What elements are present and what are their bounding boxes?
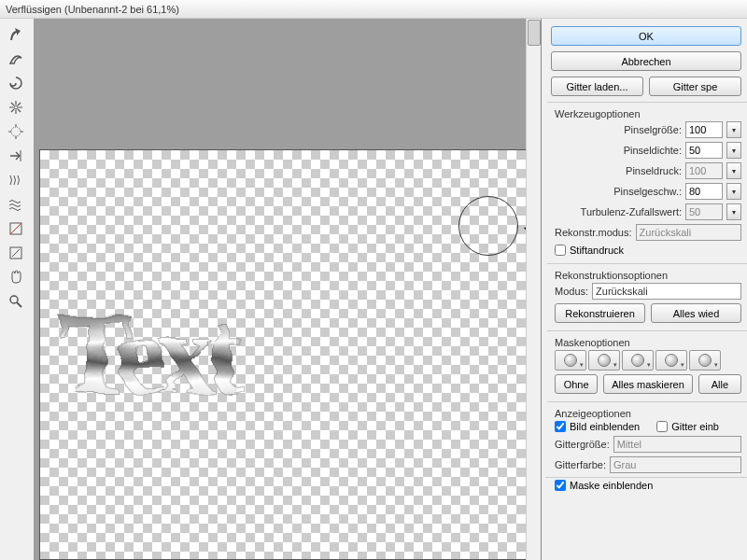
mesh-size-label: Gittergröße: [555,439,610,450]
divider [545,477,747,478]
mask-all-button[interactable]: Alles maskieren [603,374,693,394]
turbulence-label: Turbulenz-Zufallswert: [581,206,682,217]
mask-add-button[interactable]: ▾ [588,350,620,371]
pucker-tool[interactable] [4,97,28,118]
stylus-pressure-label: Stiftandruck [570,245,624,256]
show-mesh-checkbox[interactable] [656,421,668,432]
forward-warp-tool[interactable] [4,24,28,45]
mesh-size-select [613,436,741,453]
mirror-tool[interactable] [4,170,28,190]
brush-density-label: Pinseldichte: [624,145,682,156]
mask-options-label: Maskenoptionen [555,337,741,348]
brush-cursor-circle [458,196,518,256]
mask-replace-button[interactable]: ▾ [555,350,586,371]
show-image-label: Bild einblenden [570,421,640,432]
freeze-mask-tool[interactable] [4,218,28,239]
brush-size-label: Pinselgröße: [624,124,682,135]
reconstruct-mode-select [636,224,741,241]
show-mask-label: Maske einblenden [570,480,653,491]
brush-rate-input[interactable] [685,183,723,200]
scroll-thumb[interactable] [528,20,541,46]
brush-pressure-label: Pinseldruck: [626,165,682,176]
mask-subtract-button[interactable]: ▾ [622,350,654,371]
bloat-tool[interactable] [4,121,28,142]
brush-pressure-input [685,162,723,179]
svg-point-1 [11,127,21,136]
turbulence-dropdown[interactable] [726,203,741,220]
show-mesh-label: Gitter einb [671,421,719,432]
tool-options-group: Werkzeugoptionen Pinselgröße: Pinseldich… [547,102,747,258]
push-left-tool[interactable] [4,146,28,166]
modus-select[interactable] [592,283,741,300]
modus-label: Modus: [555,286,588,297]
window-title: Verflüssigen (Unbenannt-2 bei 61,1%) [6,4,179,15]
mask-none-button[interactable]: Ohne [555,374,598,394]
brush-size-input[interactable] [685,121,723,138]
brush-rate-label: Pinselgeschw.: [613,186,682,197]
reconstruct-options-label: Rekonstruktionsoptionen [555,270,741,281]
mask-options-group: Maskenoptionen ▾ ▾ ▾ ▾ ▾ Ohne Alles mask… [547,330,747,396]
show-mask-checkbox[interactable] [555,480,566,491]
tool-toolbar [0,19,34,560]
vertical-scrollbar[interactable] [526,19,541,560]
view-options-label: Anzeigeoptionen [555,408,741,419]
brush-pressure-dropdown[interactable] [726,162,741,179]
turbulence-tool[interactable] [4,194,28,215]
stylus-pressure-checkbox[interactable] [555,245,566,256]
liquify-dialog: Verflüssigen (Unbenannt-2 bei 61,1%) Tex… [0,0,747,560]
zoom-tool[interactable] [4,291,28,312]
tool-options-label: Werkzeugoptionen [555,108,741,119]
reconstruct-options-group: Rekonstruktionsoptionen Modus: Rekonstru… [547,263,747,325]
reconstruct-mode-label: Rekonstr.modus: [555,227,632,238]
reconstruct-button[interactable]: Rekonstruieren [555,303,645,323]
canvas[interactable]: Text [39,149,529,560]
mesh-color-select [610,456,741,473]
ok-button[interactable]: OK [551,26,741,46]
brush-size-dropdown[interactable] [726,121,741,138]
twirl-tool[interactable] [4,73,28,93]
svg-point-4 [10,296,18,303]
titlebar: Verflüssigen (Unbenannt-2 bei 61,1%) [0,0,747,19]
brush-rate-dropdown[interactable] [726,183,741,200]
restore-all-button[interactable]: Alles wied [651,303,741,323]
cancel-button[interactable]: Abbrechen [551,51,741,71]
mask-invert-button[interactable]: ▾ [689,350,721,371]
canvas-area[interactable]: Text ➤ [34,19,542,560]
options-panel: OK Abbrechen Gitter laden... Gitter spe … [542,19,747,560]
brush-density-input[interactable] [685,142,723,159]
content: Text ➤ OK Abbrechen Gitter laden... Gitt… [0,19,747,560]
save-mesh-button[interactable]: Gitter spe [649,77,741,96]
show-image-checkbox[interactable] [555,421,566,432]
transparency-checker: Text [40,150,528,559]
mask-invert-all-button[interactable]: Alle [698,374,741,394]
turbulence-input [685,203,723,220]
brush-density-dropdown[interactable] [726,142,741,159]
view-options-group: Anzeigeoptionen Bild einblenden Gitter e… [547,401,747,493]
thaw-mask-tool[interactable] [4,243,28,263]
mesh-color-label: Gitterfarbe: [555,459,606,470]
liquid-text: Text [59,290,236,419]
hand-tool[interactable] [4,267,28,287]
svg-point-0 [14,105,18,109]
reconstruct-tool[interactable] [4,49,28,69]
load-mesh-button[interactable]: Gitter laden... [551,77,643,96]
mask-intersect-button[interactable]: ▾ [655,350,687,371]
